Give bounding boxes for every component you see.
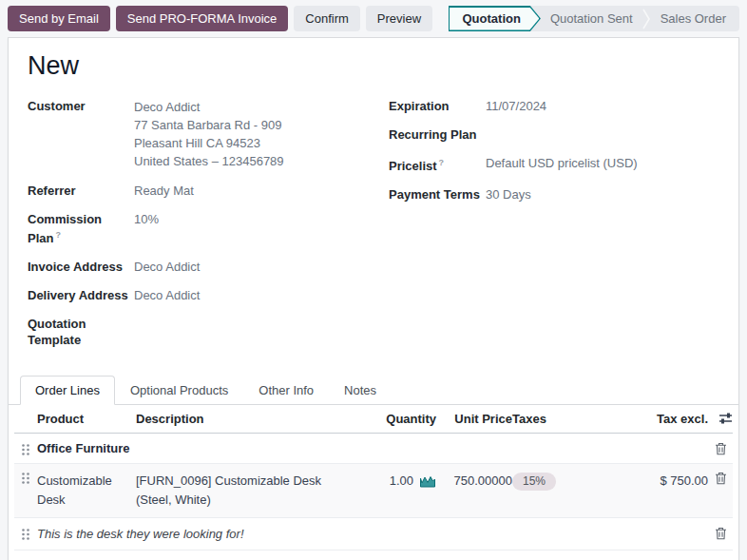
invoice-address-value[interactable]: Deco Addict xyxy=(134,259,200,275)
tab-order-lines[interactable]: Order Lines xyxy=(20,376,115,405)
form-sheet: New Customer Deco Addict 77 Santa Barbar… xyxy=(8,37,739,560)
product-column-header[interactable]: Product xyxy=(37,405,136,433)
field-quotation-template: Quotation Template xyxy=(28,316,389,348)
payment-terms-label: Payment Terms xyxy=(389,186,486,203)
tab-optional-products[interactable]: Optional Products xyxy=(115,376,243,405)
payment-terms-value[interactable]: 30 Days xyxy=(486,186,531,203)
tab-other-info[interactable]: Other Info xyxy=(243,376,329,405)
field-expiration: Expiration 11/07/2024 xyxy=(389,98,719,114)
delete-row-button[interactable] xyxy=(708,464,733,492)
field-payment-terms: Payment Terms 30 Days xyxy=(389,186,719,203)
customer-label: Customer xyxy=(28,98,134,170)
toolbar: Send by Email Send PRO-FORMA Invoice Con… xyxy=(0,0,747,37)
quantity-value[interactable]: 1.00 xyxy=(390,472,413,491)
field-pricelist: Pricelist? Default USD pricelist (USD) xyxy=(389,155,719,174)
order-lines-table: Product Description Quantity Unit Price … xyxy=(9,405,738,560)
tax-tag[interactable]: 15% xyxy=(512,473,556,491)
delete-row-button[interactable] xyxy=(708,434,733,455)
record-title[interactable]: New xyxy=(9,38,738,81)
unit-price-column-header[interactable]: Unit Price xyxy=(436,405,512,433)
subtotal-cell: $ 750.00 xyxy=(607,464,708,498)
tax-excl-column-header[interactable]: Tax excl. xyxy=(607,405,708,433)
pricelist-value[interactable]: Default USD pricelist (USD) xyxy=(486,155,638,174)
table-row-section[interactable]: Office Furniture xyxy=(14,434,733,464)
customer-address-line3: United States – 123456789 xyxy=(134,152,284,170)
table-row-note[interactable]: This is the desk they were looking for! xyxy=(14,518,733,550)
confirm-button[interactable]: Confirm xyxy=(294,6,360,31)
drag-handle-icon[interactable] xyxy=(14,518,37,541)
trash-icon xyxy=(715,472,727,485)
delivery-address-value[interactable]: Deco Addict xyxy=(134,287,200,303)
send-by-email-button[interactable]: Send by Email xyxy=(8,6,110,31)
expiration-label: Expiration xyxy=(389,98,486,114)
form-right-column: Expiration 11/07/2024 Recurring Plan Pri… xyxy=(389,98,719,360)
notebook-tabs: Order Lines Optional Products Other Info… xyxy=(9,376,738,405)
customer-value[interactable]: Deco Addict 77 Santa Barbara Rd - 909 Pl… xyxy=(134,98,284,170)
commission-plan-value[interactable]: 10% xyxy=(134,211,159,246)
quantity-cell[interactable]: 1.00 xyxy=(364,464,436,498)
customer-address-line2: Pleasant Hill CA 94523 xyxy=(134,134,284,152)
description-column-header[interactable]: Description xyxy=(136,405,364,433)
note-text[interactable]: This is the desk they were looking for! xyxy=(37,518,708,550)
field-commission-plan: Commission Plan? 10% xyxy=(28,211,389,246)
expiration-value[interactable]: 11/07/2024 xyxy=(486,98,546,114)
field-recurring-plan: Recurring Plan xyxy=(389,126,719,143)
status-step-label: Quotation xyxy=(463,11,521,26)
quantity-column-header[interactable]: Quantity xyxy=(364,405,436,433)
taxes-cell[interactable]: 15% xyxy=(512,464,607,498)
trash-icon xyxy=(715,527,727,540)
send-proforma-button[interactable]: Send PRO-FORMA Invoice xyxy=(116,6,289,31)
preview-button[interactable]: Preview xyxy=(366,6,432,31)
status-inactive-steps: Quotation Sent Sales Order xyxy=(529,6,739,31)
forecast-chart-icon[interactable] xyxy=(419,474,436,488)
status-step-quotation-sent[interactable]: Quotation Sent xyxy=(550,11,633,26)
delete-row-button[interactable] xyxy=(708,518,733,540)
help-icon[interactable]: ? xyxy=(55,230,61,240)
invoice-address-label: Invoice Address xyxy=(28,259,134,275)
field-customer: Customer Deco Addict 77 Santa Barbara Rd… xyxy=(28,98,389,170)
recurring-plan-label: Recurring Plan xyxy=(389,126,486,143)
commission-plan-label: Commission Plan? xyxy=(28,211,134,246)
statusbar: Quotation Quotation Sent Sales Order xyxy=(449,6,740,31)
delivery-address-label: Delivery Address xyxy=(28,287,134,303)
help-icon[interactable]: ? xyxy=(439,158,445,167)
handle-column-header xyxy=(14,405,37,418)
form-left-column: Customer Deco Addict 77 Santa Barbara Rd… xyxy=(28,98,389,360)
chevron-right-icon xyxy=(642,7,651,31)
table-row-product[interactable]: Customizable Desk [FURN_0096] Customizab… xyxy=(14,464,733,518)
drag-handle-icon[interactable] xyxy=(14,464,37,492)
taxes-column-header[interactable]: Taxes xyxy=(512,405,607,433)
product-name-cell[interactable]: Customizable Desk xyxy=(37,464,136,517)
field-delivery-address: Delivery Address Deco Addict xyxy=(28,287,389,303)
field-invoice-address: Invoice Address Deco Addict xyxy=(28,259,389,275)
adjust-columns-icon[interactable] xyxy=(718,412,733,425)
description-cell[interactable]: [FURN_0096] Customizable Desk (Steel, Wh… xyxy=(136,464,364,517)
status-step-quotation[interactable]: Quotation xyxy=(449,6,541,31)
referrer-label: Referrer xyxy=(28,183,134,199)
form-fields: Customer Deco Addict 77 Santa Barbara Rd… xyxy=(9,98,738,360)
drag-handle-icon[interactable] xyxy=(14,434,37,456)
table-header-row: Product Description Quantity Unit Price … xyxy=(14,405,733,434)
table-links-row: Add a product Add a section Add a note C… xyxy=(14,550,733,560)
section-name[interactable]: Office Furniture xyxy=(37,434,708,463)
referrer-value[interactable]: Ready Mat xyxy=(134,183,194,199)
customer-address-line1: 77 Santa Barbara Rd - 909 xyxy=(134,116,284,134)
customer-name[interactable]: Deco Addict xyxy=(134,98,284,116)
unit-price-cell[interactable]: 750.00000 xyxy=(436,464,512,498)
pricelist-label: Pricelist? xyxy=(389,155,486,174)
status-step-sales-order[interactable]: Sales Order xyxy=(661,11,726,26)
trash-icon xyxy=(715,442,727,455)
tab-notes[interactable]: Notes xyxy=(329,376,392,405)
quotation-template-label: Quotation Template xyxy=(28,316,134,348)
field-referrer: Referrer Ready Mat xyxy=(28,183,389,199)
